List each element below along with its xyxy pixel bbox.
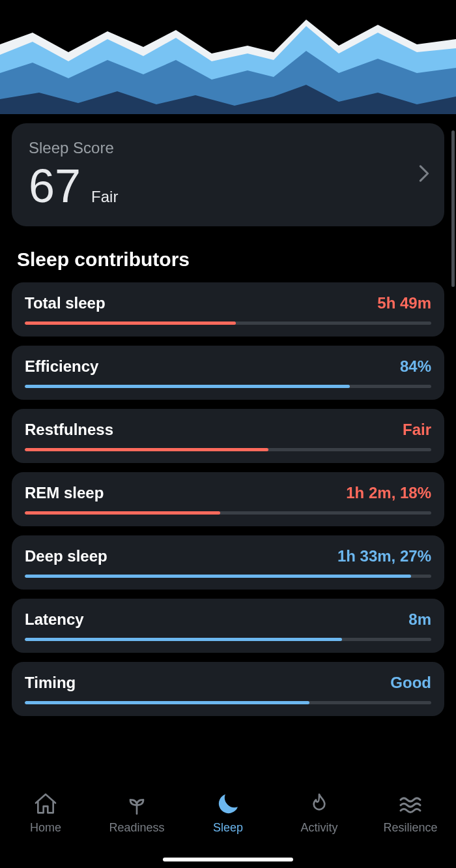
tab-resilience-label: Resilience	[383, 821, 437, 835]
contributor-latency[interactable]: Latency8m	[12, 599, 444, 653]
contributor-timing[interactable]: TimingGood	[12, 662, 444, 716]
contributor-rem-sleep[interactable]: REM sleep1h 2m, 18%	[12, 472, 444, 526]
contributor-value: 8m	[408, 610, 431, 629]
contributor-value: 1h 2m, 18%	[346, 484, 431, 502]
contributor-bar-fill	[25, 511, 220, 515]
tab-activity-label: Activity	[300, 821, 337, 835]
contributor-total-sleep[interactable]: Total sleep5h 49m	[12, 282, 444, 337]
scroll-indicator[interactable]	[451, 130, 455, 287]
sleep-score-value: 67	[29, 162, 81, 209]
tab-bar: Home Readiness Sleep Activity Resilience	[0, 782, 456, 868]
tab-home-label: Home	[30, 821, 61, 835]
moon-icon	[215, 791, 241, 817]
sprout-icon	[124, 791, 150, 817]
contributor-restfulness[interactable]: RestfulnessFair	[12, 409, 444, 463]
tab-readiness-label: Readiness	[109, 821, 164, 835]
contributor-label: Total sleep	[25, 294, 106, 312]
contributor-label: Deep sleep	[25, 547, 107, 565]
contributor-value: 84%	[400, 357, 431, 376]
flame-icon	[306, 791, 332, 817]
contributor-bar	[25, 575, 431, 578]
sleep-stage-chart	[0, 0, 456, 114]
home-icon	[33, 791, 59, 817]
contributor-bar	[25, 385, 431, 388]
contributor-label: Efficiency	[25, 357, 98, 376]
contributor-bar-fill	[25, 638, 342, 641]
tab-activity[interactable]: Activity	[280, 791, 358, 835]
contributor-value: 1h 33m, 27%	[337, 547, 431, 565]
sleep-score-title: Sleep Score	[29, 139, 427, 157]
sleep-score-qualifier: Fair	[91, 188, 118, 206]
contributor-value: Fair	[403, 421, 431, 439]
tab-readiness[interactable]: Readiness	[98, 791, 176, 835]
home-indicator	[163, 858, 293, 861]
sleep-score-card[interactable]: Sleep Score 67 Fair	[12, 123, 444, 226]
contributor-efficiency[interactable]: Efficiency84%	[12, 346, 444, 400]
contributor-label: REM sleep	[25, 484, 104, 502]
contributor-bar-fill	[25, 575, 411, 578]
contributor-bar	[25, 638, 431, 641]
chevron-right-icon	[418, 164, 430, 185]
contributor-value: 5h 49m	[377, 294, 431, 312]
contributor-bar-fill	[25, 448, 268, 451]
waves-icon	[397, 791, 423, 817]
contributor-bar	[25, 322, 431, 325]
section-title-contributors: Sleep contributors	[17, 248, 444, 271]
contributor-bar	[25, 701, 431, 704]
tab-resilience[interactable]: Resilience	[371, 791, 449, 835]
tab-home[interactable]: Home	[7, 791, 85, 835]
tab-sleep-label: Sleep	[213, 821, 243, 835]
contributor-bar	[25, 448, 431, 451]
contributor-label: Restfulness	[25, 421, 113, 439]
tab-sleep[interactable]: Sleep	[189, 791, 267, 835]
contributor-bar	[25, 511, 431, 515]
contributor-bar-fill	[25, 385, 350, 388]
contributor-label: Latency	[25, 610, 84, 629]
contributor-deep-sleep[interactable]: Deep sleep1h 33m, 27%	[12, 535, 444, 590]
contributor-label: Timing	[25, 674, 76, 692]
contributor-bar-fill	[25, 322, 236, 325]
contributor-value: Good	[390, 674, 431, 692]
contributor-bar-fill	[25, 701, 309, 704]
